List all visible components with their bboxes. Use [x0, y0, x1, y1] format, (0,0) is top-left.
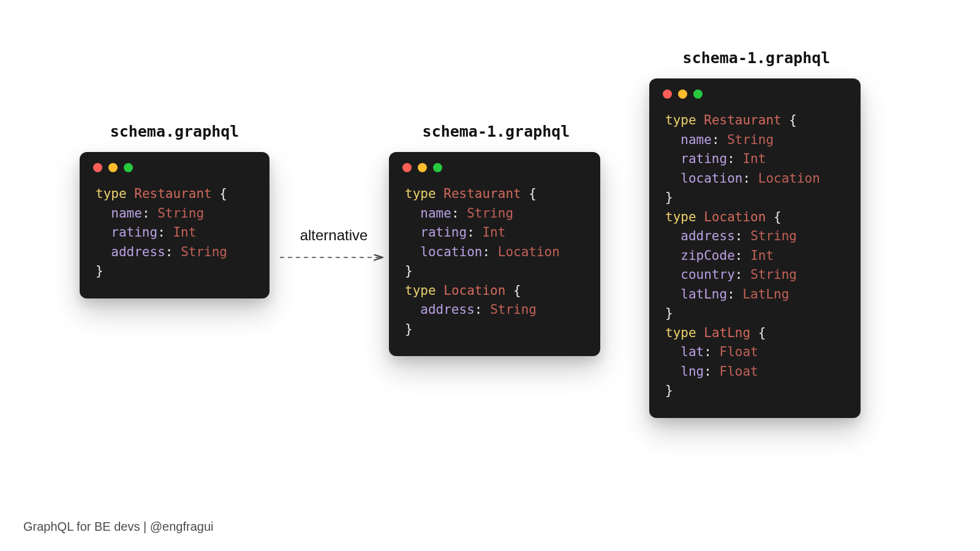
zoom-icon — [433, 163, 442, 172]
zoom-icon — [124, 163, 133, 172]
window-controls — [649, 78, 861, 104]
title-left: schema.graphql — [95, 123, 254, 140]
window-controls — [80, 152, 270, 177]
zoom-icon — [693, 89, 703, 99]
minimize-icon — [678, 89, 687, 99]
footer-text: GraphQL for BE devs | @engfragui — [23, 520, 213, 534]
close-icon — [663, 89, 672, 99]
code-window-middle: type Restaurant { name: String rating: I… — [389, 152, 600, 356]
window-controls — [389, 152, 600, 177]
close-icon — [402, 163, 412, 172]
minimize-icon — [108, 163, 118, 172]
arrow-icon — [279, 251, 386, 264]
arrow-label: alternative — [291, 227, 377, 244]
minimize-icon — [418, 163, 427, 172]
title-middle: schema-1.graphql — [404, 123, 588, 140]
code-window-right: type Restaurant { name: String rating: I… — [649, 78, 861, 418]
title-right: schema-1.graphql — [665, 49, 848, 67]
diagram-stage: schema.graphql schema-1.graphql schema-1… — [0, 0, 980, 551]
close-icon — [93, 163, 102, 172]
code-block-right: type Restaurant { name: String rating: I… — [649, 104, 861, 418]
code-block-left: type Restaurant { name: String rating: I… — [80, 177, 270, 298]
code-window-left: type Restaurant { name: String rating: I… — [80, 152, 270, 298]
code-block-middle: type Restaurant { name: String rating: I… — [389, 177, 600, 356]
